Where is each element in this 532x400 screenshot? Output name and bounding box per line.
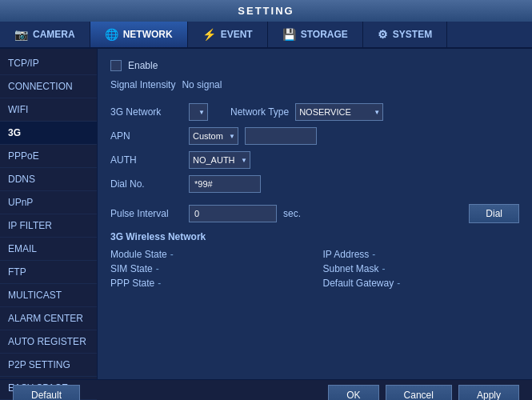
signal-value: No signal — [182, 79, 222, 90]
wireless-grid: Module State - IP Address - SIM State - … — [110, 249, 519, 289]
sidebar-item-ddns[interactable]: DDNS — [0, 168, 97, 191]
enable-row: Enable — [110, 60, 519, 71]
apn-label: APN — [110, 130, 182, 142]
module-state-item: Module State - — [110, 249, 307, 260]
sidebar-item-ipfilter[interactable]: IP FILTER — [0, 214, 97, 238]
subnet-mask-item: Subnet Mask - — [323, 263, 520, 274]
sidebar-item-tcpip[interactable]: TCP/IP — [0, 52, 97, 75]
tab-camera[interactable]: 📷 CAMERA — [0, 22, 90, 47]
sim-state-item: SIM State - — [110, 263, 307, 274]
apn-row: APN Custom — [110, 127, 519, 145]
ok-button[interactable]: OK — [328, 385, 378, 400]
sidebar-item-p2p[interactable]: P2P SETTING — [0, 354, 97, 377]
pulse-input[interactable] — [189, 205, 277, 222]
pulse-label: Pulse Interval — [110, 208, 182, 219]
ppp-state-item: PPP State - — [110, 278, 307, 289]
dial-button[interactable]: Dial — [469, 204, 519, 223]
default-gateway-value: - — [397, 278, 400, 289]
apn-select[interactable]: Custom — [189, 127, 238, 145]
sec-label: sec. — [283, 208, 301, 219]
ppp-state-label: PPP State — [110, 278, 154, 289]
network-row: 3G Network Network Type NOSERVICE WCDMA … — [110, 103, 519, 121]
sidebar-item-alarmcenter[interactable]: ALARM CENTER — [0, 307, 97, 330]
module-state-value: - — [170, 249, 174, 260]
form-section: 3G Network Network Type NOSERVICE WCDMA … — [110, 103, 519, 193]
sidebar-item-pppoe[interactable]: PPPoE — [0, 145, 97, 168]
network-type-select[interactable]: NOSERVICE WCDMA EDGE LTE — [295, 103, 383, 121]
wireless-section: 3G Wireless Network Module State - IP Ad… — [110, 231, 519, 289]
apply-button[interactable]: Apply — [458, 385, 519, 400]
apn-select-wrapper: Custom — [189, 127, 238, 145]
auth-select-wrapper: NO_AUTH PAP CHAP — [189, 151, 250, 169]
tab-system-label: SYSTEM — [393, 29, 432, 40]
network-icon: 🌐 — [105, 28, 118, 41]
top-tabs: 📷 CAMERA 🌐 NETWORK ⚡ EVENT 💾 STORAGE ⚙ S… — [0, 22, 532, 49]
auth-select[interactable]: NO_AUTH PAP CHAP — [189, 151, 250, 169]
sidebar-item-multicast[interactable]: MULTICAST — [0, 284, 97, 307]
auth-label: AUTH — [110, 154, 182, 166]
sidebar-item-ftp[interactable]: FTP — [0, 261, 97, 284]
ip-address-value: - — [372, 249, 375, 260]
apn-input[interactable] — [245, 127, 317, 145]
network-type-select-wrapper: NOSERVICE WCDMA EDGE LTE — [295, 103, 383, 121]
action-buttons: OK Cancel Apply — [328, 385, 519, 400]
tab-storage[interactable]: 💾 STORAGE — [268, 22, 363, 47]
enable-label: Enable — [128, 60, 158, 71]
tab-network-label: NETWORK — [123, 29, 173, 40]
network-type-container: Network Type NOSERVICE WCDMA EDGE LTE — [230, 103, 383, 121]
tab-event-label: EVENT — [221, 29, 253, 40]
subnet-mask-label: Subnet Mask — [323, 263, 379, 274]
dial-no-input[interactable] — [189, 175, 261, 193]
network-type-label: Network Type — [230, 106, 289, 118]
content-area: Enable Signal Intensity No signal 3G Net… — [98, 49, 532, 379]
ip-address-item: IP Address - — [323, 249, 520, 260]
dial-no-label: Dial No. — [110, 178, 182, 190]
ppp-state-value: - — [158, 278, 161, 289]
sim-state-value: - — [156, 263, 159, 274]
cancel-button[interactable]: Cancel — [386, 385, 452, 400]
module-state-label: Module State — [110, 249, 167, 260]
pulse-row: Pulse Interval sec. Dial — [110, 204, 519, 223]
title-bar: SETTING — [0, 0, 532, 22]
tab-storage-label: STORAGE — [301, 29, 348, 40]
sidebar: TCP/IP CONNECTION WIFI 3G PPPoE DDNS UPn… — [0, 49, 98, 379]
tab-network[interactable]: 🌐 NETWORK — [90, 22, 188, 47]
sidebar-item-wifi[interactable]: WIFI — [0, 98, 97, 122]
storage-icon: 💾 — [282, 28, 296, 41]
signal-row: Signal Intensity No signal — [110, 79, 519, 90]
tab-system[interactable]: ⚙ SYSTEM — [363, 22, 447, 47]
camera-icon: 📷 — [14, 28, 28, 41]
sidebar-item-autoregister[interactable]: AUTO REGISTER — [0, 330, 97, 354]
network-select[interactable] — [189, 103, 208, 121]
subnet-mask-value: - — [382, 263, 386, 274]
sidebar-item-email[interactable]: EMAIL — [0, 238, 97, 261]
sidebar-item-upnp[interactable]: UPnP — [0, 191, 97, 214]
tab-camera-label: CAMERA — [33, 29, 75, 40]
wireless-title: 3G Wireless Network — [110, 231, 519, 242]
network-select-wrapper — [189, 103, 208, 121]
network-label: 3G Network — [110, 106, 182, 118]
default-gateway-item: Default Gateway - — [323, 278, 520, 289]
enable-checkbox[interactable] — [110, 60, 122, 71]
title-text: SETTING — [238, 5, 294, 17]
dial-no-row: Dial No. — [110, 175, 519, 193]
auth-row: AUTH NO_AUTH PAP CHAP — [110, 151, 519, 169]
sim-state-label: SIM State — [110, 263, 153, 274]
main-layout: TCP/IP CONNECTION WIFI 3G PPPoE DDNS UPn… — [0, 49, 532, 379]
tab-event[interactable]: ⚡ EVENT — [188, 22, 268, 47]
sidebar-item-3g[interactable]: 3G — [0, 122, 97, 145]
event-icon: ⚡ — [202, 28, 216, 41]
sidebar-item-connection[interactable]: CONNECTION — [0, 75, 97, 98]
default-gateway-label: Default Gateway — [323, 278, 394, 289]
ip-address-label: IP Address — [323, 249, 370, 260]
default-button[interactable]: Default — [13, 385, 80, 400]
signal-label: Signal Intensity — [110, 79, 175, 90]
system-icon: ⚙ — [378, 28, 388, 41]
